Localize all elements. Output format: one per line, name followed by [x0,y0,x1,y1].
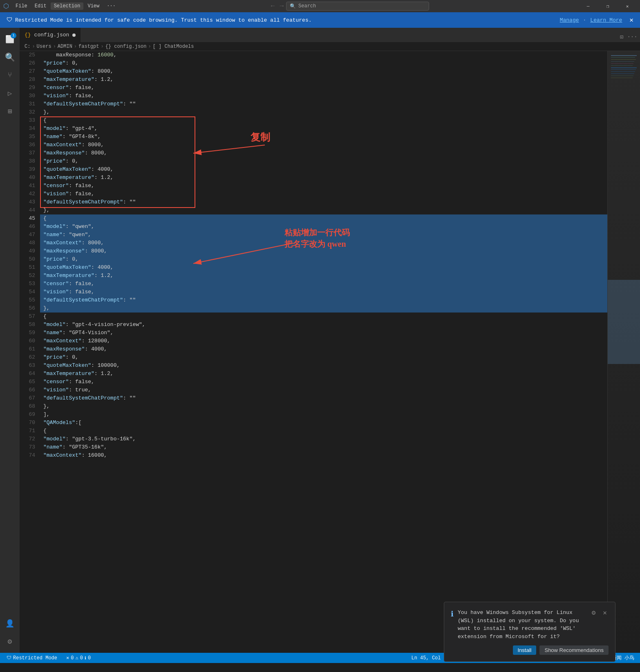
code-line-42[interactable]: "vision": false, [40,190,607,198]
code-line-30[interactable]: "vision": false, [40,92,607,100]
code-line-40[interactable]: "maxTemperature": 1.2, [40,174,607,182]
code-line-41[interactable]: "censor": false, [40,182,607,190]
code-line-35[interactable]: "name": "GPT4-8k", [40,133,607,141]
code-line-69[interactable]: ], [40,411,607,419]
code-line-55[interactable]: "defaultSystemChatPrompt": "" [40,296,607,304]
code-line-37[interactable]: "maxResponse": 8000, [40,149,607,157]
code-line-66[interactable]: "vision": true, [40,386,607,394]
activity-source-control[interactable]: ⑂ [2,67,18,83]
breadcrumb-config-json[interactable]: {} config.json [105,44,147,49]
global-search-box[interactable]: 🔍 Search [286,2,429,11]
code-line-63[interactable]: "quoteMaxToken": 100000, [40,362,607,370]
line-number-43: 43 [20,198,35,206]
line-number-37: 37 [20,149,35,157]
learn-more-link[interactable]: Learn More [590,17,622,23]
close-btn[interactable]: ✕ [618,0,637,12]
maximize-btn[interactable]: ❐ [598,0,617,12]
restricted-mode-status[interactable]: 🛡 Restricted Mode [3,653,60,663]
code-line-32[interactable]: }, [40,108,607,116]
menu-view[interactable]: View [84,2,103,10]
code-line-43[interactable]: "defaultSystemChatPrompt": "" [40,198,607,206]
code-line-59[interactable]: "name": "GPT4-Vision", [40,329,607,337]
notif-settings-btn[interactable]: ⚙ [590,609,597,617]
code-line-34[interactable]: "model": "gpt-4", [40,125,607,133]
notif-close-btn[interactable]: ✕ [601,609,609,617]
activity-extensions[interactable]: ⊞ [2,103,18,119]
manage-link[interactable]: Manage [560,17,579,23]
line-number-47: 47 [20,231,35,239]
code-line-39[interactable]: "quoteMaxToken": 4000, [40,165,607,174]
activity-account[interactable]: 👤 [2,615,18,632]
menu-selection[interactable]: Selection [51,2,84,10]
code-line-67[interactable]: "defaultSystemChatPrompt": "" [40,394,607,402]
code-line-45[interactable]: { [40,214,607,223]
code-line-38[interactable]: "price": 0, [40,157,607,165]
code-line-64[interactable]: "maxTemperature": 1.2, [40,370,607,378]
code-line-62[interactable]: "price": 0, [40,353,607,362]
code-line-36[interactable]: "maxContext": 8000, [40,141,607,149]
status-bar-left: 🛡 Restricted Mode ✕ 0 ⚠ 0 ℹ 0 [3,653,93,663]
code-line-71[interactable]: { [40,427,607,435]
menu-edit[interactable]: Edit [31,2,50,10]
code-line-60[interactable]: "maxContext": 128000, [40,337,607,345]
banner-close-btn[interactable]: ✕ [629,16,633,24]
code-line-47[interactable]: "name": "qwen", [40,231,607,239]
split-editor-btn[interactable]: ⊡ [617,32,626,41]
code-line-27[interactable]: "quoteMaxToken": 8000, [40,67,607,76]
code-line-49[interactable]: "maxResponse": 8000, [40,247,607,255]
line-number-74: 74 [20,451,35,460]
code-line-46[interactable]: "model": "qwen", [40,223,607,231]
show-recommendations-btn[interactable]: Show Recommendations [539,645,609,655]
line-number-62: 62 [20,353,35,362]
code-line-56[interactable]: }, [40,304,607,313]
breadcrumb-admin[interactable]: ADMIN [58,44,72,49]
code-content[interactable]: maxResponse: 16000, "price": 0, "quoteMa… [40,51,607,653]
info-icon: ℹ [85,656,86,661]
menu-more[interactable]: ··· [103,2,119,10]
code-line-53[interactable]: "censor": false, [40,280,607,288]
breadcrumb-chat-models[interactable]: [ ] ChatModels [153,44,194,49]
line-number-34: 34 [20,125,35,133]
minimize-btn[interactable]: — [579,0,597,12]
code-line-50[interactable]: "price": 0, [40,255,607,263]
code-line-28[interactable]: "maxTemperature": 1.2, [40,76,607,84]
account-icon: 👤 [5,619,14,628]
code-editor[interactable]: 2526272829303132333435363738394041424344… [20,51,640,653]
code-line-57[interactable]: { [40,313,607,321]
code-line-52[interactable]: "maxTemperature": 1.2, [40,272,607,280]
breadcrumb-c[interactable]: C: [25,44,30,49]
code-line-70[interactable]: "QAModels": [ [40,419,607,427]
code-line-68[interactable]: }, [40,402,607,411]
code-line-73[interactable]: "name": "GPT35-16k", [40,443,607,451]
code-line-74[interactable]: "maxContext": 16000, [40,451,607,460]
activity-run-debug[interactable]: ▷ [2,85,18,101]
activity-settings[interactable]: ⚙ [2,633,18,650]
code-line-54[interactable]: "vision": false, [40,288,607,296]
code-line-58[interactable]: "model": "gpt-4-vision-preview", [40,321,607,329]
more-actions-btn[interactable]: ··· [628,32,637,41]
line-number-55: 55 [20,296,35,304]
errors-status[interactable]: ✕ 0 ⚠ 0 ℹ 0 [64,653,93,663]
code-line-48[interactable]: "maxContext": 8000, [40,239,607,247]
activity-explorer[interactable]: ⬜ 1 [2,31,18,47]
code-line-61[interactable]: "maxResponse": 4000, [40,345,607,353]
code-line-29[interactable]: "censor": false, [40,84,607,92]
code-line-65[interactable]: "censor": false, [40,378,607,386]
code-line-31[interactable]: "defaultSystemChatPrompt": "" [40,100,607,108]
warning-icon: ⚠ [75,655,78,661]
editor-tab-config[interactable]: {} config.json [20,28,81,42]
activity-search[interactable]: 🔍 [2,49,18,65]
menu-file[interactable]: File [12,2,31,10]
code-line-51[interactable]: "quoteMaxToken": 4000, [40,263,607,272]
minimap[interactable] [607,51,640,653]
nav-forward-btn[interactable]: → [277,2,286,10]
breadcrumb-users[interactable]: Users [37,44,51,49]
breadcrumb-fastgpt[interactable]: fastgpt [78,44,99,49]
code-line-33[interactable]: { [40,116,607,125]
install-btn[interactable]: Install [513,645,537,655]
code-line-72[interactable]: "model": "gpt-3.5-turbo-16k", [40,435,607,443]
code-line-26[interactable]: "price": 0, [40,59,607,67]
code-line-44[interactable]: }, [40,206,607,214]
nav-back-btn[interactable]: ← [269,2,277,10]
code-line-25[interactable]: maxResponse: 16000, [40,51,607,59]
